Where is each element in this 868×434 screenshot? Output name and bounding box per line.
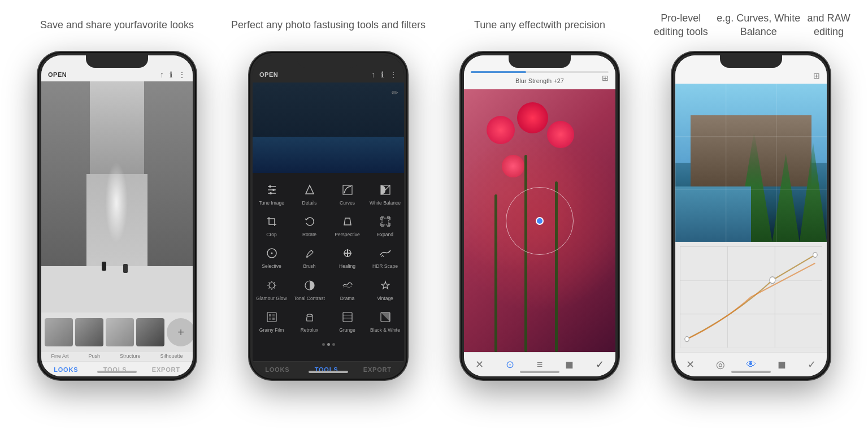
- more-icon[interactable]: ⋮: [178, 70, 186, 79]
- sliders-icon[interactable]: ≡: [537, 359, 543, 371]
- snow-ground: [41, 266, 193, 313]
- phone-4-screen: ⊞: [675, 55, 827, 376]
- svg-point-3: [269, 185, 271, 188]
- white-balance-label: White Balance: [370, 200, 401, 206]
- p4-circle-icon[interactable]: ◎: [716, 358, 725, 371]
- tool-grunge[interactable]: Grunge: [328, 305, 366, 336]
- tool-expand[interactable]: Expand: [366, 209, 404, 241]
- p1-thumb-labels: Fine Art Push Structure Silhouette: [41, 352, 193, 361]
- p2-photo-bottom: [253, 137, 404, 173]
- selective-label: Selective: [262, 263, 281, 269]
- building-left: [41, 81, 90, 266]
- thumb-add-button[interactable]: +: [167, 318, 193, 346]
- details-icon: [302, 182, 318, 198]
- tool-perspective[interactable]: Perspective: [328, 209, 366, 241]
- vintage-label: Vintage: [377, 296, 393, 301]
- tool-vintage[interactable]: Vintage: [366, 273, 404, 305]
- crop-label: Crop: [266, 232, 276, 237]
- p2-open-button[interactable]: OPEN: [259, 71, 278, 78]
- feature-title-2a: Perfect any photo fast: [231, 18, 330, 32]
- bw-label: Black & White: [370, 327, 400, 333]
- p4-eye-icon[interactable]: 👁: [746, 359, 756, 371]
- layers-icon[interactable]: ◼: [565, 358, 574, 371]
- tool-rotate[interactable]: Rotate: [290, 209, 328, 241]
- white-balance-icon: [377, 182, 393, 198]
- compare-icon-4[interactable]: ⊞: [813, 71, 820, 80]
- nav-looks-2[interactable]: LOOKS: [265, 366, 289, 373]
- p1-screen: OPEN ↑ ℹ ⋮: [41, 55, 193, 376]
- thumb-3[interactable]: [106, 318, 134, 346]
- svg-point-11: [271, 253, 272, 254]
- share-icon-2[interactable]: ↑: [371, 70, 375, 79]
- phone-3-screen: Blur Strength +27 ⊞: [464, 55, 615, 376]
- tool-brush[interactable]: Brush: [290, 241, 328, 272]
- p3-circle-dot[interactable]: [536, 217, 544, 225]
- hdr-icon: [377, 245, 393, 261]
- nav-export-2[interactable]: EXPORT: [363, 366, 392, 373]
- more-icon-2[interactable]: ⋮: [389, 70, 397, 79]
- tool-tonal[interactable]: Tonal Contrast: [290, 273, 328, 305]
- stem-1: [494, 194, 497, 352]
- expand-label: Expand: [377, 232, 393, 237]
- p4-grid-overlay: [675, 84, 827, 242]
- p3-slider-bar[interactable]: [471, 71, 609, 73]
- share-icon[interactable]: ↑: [160, 70, 164, 79]
- notch-2: [297, 55, 359, 68]
- hdr-label: HDR Scape: [372, 263, 398, 269]
- thumb-1[interactable]: [45, 318, 73, 346]
- feature-column-4: Pro-level editing tools e.g. Curves, Whi…: [646, 6, 856, 380]
- tool-hdr[interactable]: HDR Scape: [366, 241, 404, 272]
- tool-healing[interactable]: Healing: [328, 241, 366, 272]
- p4-screen: ⊞: [675, 55, 827, 376]
- phone-3: Blur Strength +27 ⊞: [461, 52, 619, 380]
- nav-looks-1[interactable]: LOOKS: [54, 366, 78, 373]
- tool-details[interactable]: Details: [290, 177, 328, 209]
- info-icon-2[interactable]: ℹ: [381, 70, 384, 79]
- tool-retrolux[interactable]: Retrolux: [290, 305, 328, 336]
- vintage-icon: [377, 277, 393, 293]
- svg-marker-6: [306, 185, 314, 194]
- p2-edit-icon: ✏: [392, 88, 398, 97]
- tool-glamour[interactable]: Glamour Glow: [253, 273, 290, 305]
- compare-icon[interactable]: ⊞: [602, 73, 609, 83]
- perspective-label: Perspective: [335, 232, 359, 237]
- tune-image-icon: [264, 182, 280, 198]
- feature-title-3a: Tune any effect: [474, 18, 544, 32]
- p2-photo: ✏: [253, 83, 404, 173]
- rotate-icon: [302, 214, 318, 229]
- target-icon[interactable]: ⊙: [506, 358, 514, 371]
- p1-open-button[interactable]: OPEN: [48, 71, 67, 78]
- svg-rect-18: [269, 318, 271, 320]
- p2-toolbar-icons: ↑ ℹ ⋮: [371, 70, 397, 79]
- nav-export-1[interactable]: EXPORT: [152, 366, 180, 373]
- confirm-icon[interactable]: ✓: [596, 358, 604, 371]
- p4-layers-icon[interactable]: ◼: [778, 358, 786, 371]
- tool-selective[interactable]: Selective: [253, 241, 290, 272]
- flower-2: [517, 102, 548, 133]
- info-icon[interactable]: ℹ: [170, 70, 172, 79]
- tool-drama[interactable]: Drama: [328, 273, 366, 305]
- thumb-2[interactable]: [75, 318, 103, 346]
- flower-1: [487, 116, 515, 144]
- label-structure: Structure: [120, 353, 141, 359]
- p4-cancel-icon[interactable]: ✕: [686, 358, 695, 371]
- tool-crop[interactable]: Crop: [253, 209, 290, 241]
- thumb-4[interactable]: [136, 318, 164, 346]
- feature-column-2: Perfect any photo fast using tools and f…: [224, 6, 433, 380]
- svg-rect-19: [272, 318, 275, 320]
- steam-puff: [105, 162, 128, 243]
- tool-white-balance[interactable]: White Balance: [366, 177, 404, 209]
- snow-scene: [41, 81, 193, 313]
- feature-title-4b: e.g. Curves, White Balance: [715, 11, 802, 39]
- grunge-label: Grunge: [339, 327, 355, 333]
- tool-grainy[interactable]: Grainy Film: [253, 305, 290, 336]
- tool-curves[interactable]: Curves: [328, 177, 366, 209]
- rotate-label: Rotate: [302, 232, 316, 237]
- p2-tools-panel: Tune Image Details: [253, 173, 404, 361]
- grainy-label: Grainy Film: [259, 327, 284, 333]
- tool-tune-image[interactable]: Tune Image: [253, 177, 290, 209]
- p4-confirm-icon[interactable]: ✓: [808, 358, 816, 371]
- svg-rect-17: [272, 314, 275, 316]
- cancel-icon[interactable]: ✕: [475, 358, 484, 371]
- tool-bw[interactable]: Black & White: [366, 305, 404, 336]
